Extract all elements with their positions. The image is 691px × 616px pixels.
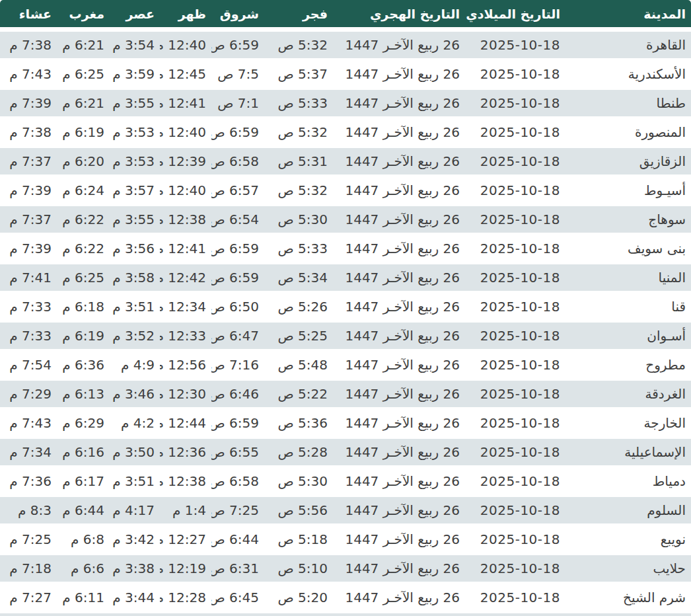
cell-fajr: 5:32 ص <box>264 176 333 205</box>
cell-maghrib: 6:6 م <box>57 554 110 583</box>
cell-sunrise: 6:58 ص <box>211 467 264 496</box>
cell-sunrise: 6:31 ص <box>211 554 264 583</box>
cell-isha: 7:38 م <box>0 30 57 59</box>
cell-isha: 7:36 م <box>0 467 57 496</box>
cell-city: نويبع <box>565 525 691 554</box>
cell-gregorian: 2025-10-18 <box>465 583 565 612</box>
column-header-city: المدينة <box>565 0 691 30</box>
cell-dhuhr: 12:42 م <box>160 263 211 292</box>
cell-city: المنيا <box>565 263 691 292</box>
cell-maghrib: 6:22 م <box>57 234 110 263</box>
column-header-isha: عشاء <box>0 0 57 30</box>
cell-dhuhr: 12:41 م <box>160 89 211 118</box>
table-body: القاهرة2025-10-1826 ربيع الآخـر 14475:32… <box>0 30 691 616</box>
cell-sunrise: 6:55 ص <box>211 438 264 467</box>
cell-asr: 3:55 م <box>110 205 160 234</box>
cell-dhuhr: 12:41 م <box>160 234 211 263</box>
cell-fajr: 5:32 ص <box>264 30 333 59</box>
cell-isha: 7:37 م <box>0 205 57 234</box>
cell-maghrib: 6:21 م <box>57 30 110 59</box>
cell-isha: 7:37 م <box>0 147 57 176</box>
cell-city: أسيـوط <box>565 176 691 205</box>
cell-hijri: 26 ربيع الآخـر 1447 <box>333 408 465 438</box>
cell-sunrise: 6:59 ص <box>211 234 264 263</box>
cell-hijri: 26 ربيع الآخـر 1447 <box>333 89 465 118</box>
cell-gregorian: 2025-10-18 <box>465 118 565 147</box>
cell-sunrise: 7:5 ص <box>211 59 264 89</box>
cell-fajr: 5:33 ص <box>264 234 333 263</box>
cell-gregorian: 2025-10-18 <box>465 292 565 321</box>
cell-sunrise: 6:47 ص <box>211 321 264 350</box>
column-header-hijri: التاريخ الهجري <box>333 0 465 30</box>
cell-sunrise: 7:25 ص <box>211 496 264 525</box>
cell-fajr: 5:25 ص <box>264 321 333 350</box>
cell-empty <box>0 612 57 616</box>
cell-asr: 3:57 م <box>110 176 160 205</box>
table-row: أسيـوط2025-10-1826 ربيع الآخـر 14475:32 … <box>0 176 691 205</box>
table-row: شرم الشيخ2025-10-1826 ربيع الآخـر 14475:… <box>0 583 691 612</box>
cell-hijri: 26 ربيع الآخـر 1447 <box>333 350 465 379</box>
table-row: نويبع2025-10-1826 ربيع الآخـر 14475:18 ص… <box>0 525 691 554</box>
cell-sunrise: 6:58 ص <box>211 147 264 176</box>
table-row: المنيا2025-10-1826 ربيع الآخـر 14475:34 … <box>0 263 691 292</box>
cell-fajr: 5:28 ص <box>264 438 333 467</box>
cell-empty <box>465 612 565 616</box>
cell-gregorian: 2025-10-18 <box>465 176 565 205</box>
cell-fajr: 5:48 ص <box>264 350 333 379</box>
cell-sunrise: 6:45 ص <box>211 583 264 612</box>
cell-city: الزقازيق <box>565 147 691 176</box>
cell-maghrib: 6:13 م <box>57 379 110 408</box>
cell-asr: 3:52 م <box>110 321 160 350</box>
cell-empty <box>160 612 211 616</box>
cell-hijri: 26 ربيع الآخـر 1447 <box>333 234 465 263</box>
cell-fajr: 5:31 ص <box>264 147 333 176</box>
cell-asr: 3:38 م <box>110 554 160 583</box>
cell-city: المنصورة <box>565 118 691 147</box>
cell-sunrise: 6:46 ص <box>211 379 264 408</box>
cell-asr: 3:54 م <box>110 30 160 59</box>
cell-asr: 4:9 م <box>110 350 160 379</box>
cell-dhuhr: 12:36 م <box>160 438 211 467</box>
cell-fajr: 5:36 ص <box>264 408 333 438</box>
cell-maghrib: 6:8 م <box>57 525 110 554</box>
cell-sunrise: 6:59 ص <box>211 118 264 147</box>
cell-hijri: 26 ربيع الآخـر 1447 <box>333 205 465 234</box>
cell-isha: 7:39 م <box>0 176 57 205</box>
cell-asr: 3:58 م <box>110 263 160 292</box>
table-row: مطروح2025-10-1826 ربيع الآخـر 14475:48 ص… <box>0 350 691 379</box>
table-row: سوهاج2025-10-1826 ربيع الآخـر 14475:30 ص… <box>0 205 691 234</box>
cell-isha: 7:29 م <box>0 379 57 408</box>
cell-dhuhr: 12:39 م <box>160 147 211 176</box>
cell-gregorian: 2025-10-18 <box>465 467 565 496</box>
cell-empty <box>211 612 264 616</box>
cell-hijri: 26 ربيع الآخـر 1447 <box>333 263 465 292</box>
cell-gregorian: 2025-10-18 <box>465 350 565 379</box>
cell-isha: 7:18 م <box>0 554 57 583</box>
cell-sunrise: 7:1 ص <box>211 89 264 118</box>
cell-fajr: 5:56 ص <box>264 496 333 525</box>
table-row: الغردقة2025-10-1826 ربيع الآخـر 14475:22… <box>0 379 691 408</box>
cell-city: بنى سويف <box>565 234 691 263</box>
cell-asr: 4:2 م <box>110 408 160 438</box>
cell-maghrib: 6:17 م <box>57 467 110 496</box>
cell-city: أسـوان <box>565 321 691 350</box>
cell-hijri: 26 ربيع الآخـر 1447 <box>333 118 465 147</box>
column-header-gregorian: التاريخ الميلادي <box>465 0 565 30</box>
cell-asr: 3:53 م <box>110 147 160 176</box>
cell-dhuhr: 12:28 م <box>160 583 211 612</box>
cell-isha: 7:43 م <box>0 408 57 438</box>
cell-maghrib: 6:44 م <box>57 496 110 525</box>
cell-isha: 7:41 م <box>0 263 57 292</box>
cell-hijri: 26 ربيع الآخـر 1447 <box>333 176 465 205</box>
cell-fajr: 5:34 ص <box>264 263 333 292</box>
cell-gregorian: 2025-10-18 <box>465 379 565 408</box>
cell-asr: 3:42 م <box>110 525 160 554</box>
cell-hijri: 26 ربيع الآخـر 1447 <box>333 525 465 554</box>
cell-city: مطروح <box>565 350 691 379</box>
cell-sunrise: 6:59 ص <box>211 408 264 438</box>
cell-hijri: 26 ربيع الآخـر 1447 <box>333 583 465 612</box>
cell-hijri: 26 ربيع الآخـر 1447 <box>333 59 465 89</box>
cell-gregorian: 2025-10-18 <box>465 408 565 438</box>
cell-city: الخارجة <box>565 408 691 438</box>
cell-fajr: 5:22 ص <box>264 379 333 408</box>
